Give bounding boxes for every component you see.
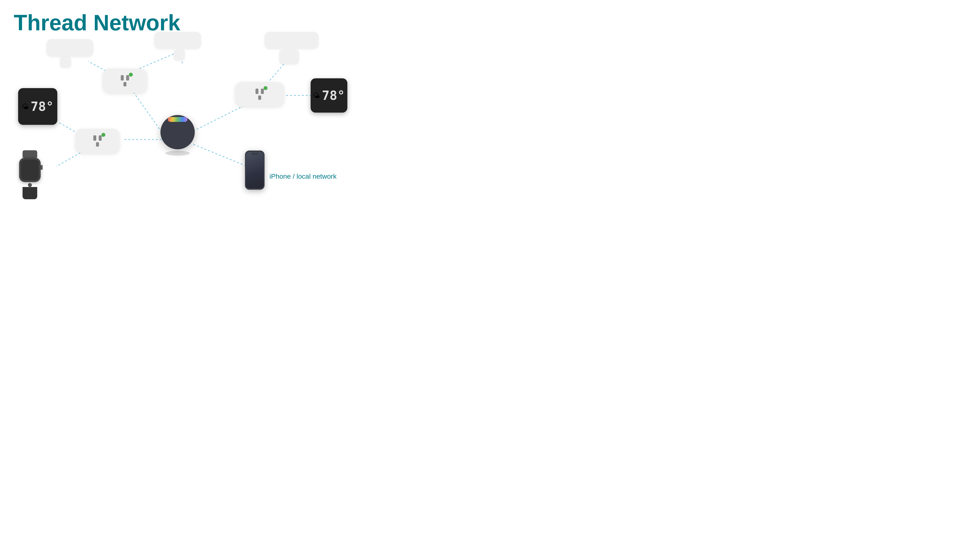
watch-screen [21,160,39,180]
bubble-top-left-small [60,57,71,68]
iphone-body [245,150,264,190]
homepod-body [160,115,195,149]
plug-slot-right [126,75,129,80]
watch-band-top [23,150,37,158]
smart-plug-center [103,68,147,93]
homepod-mini [160,115,195,156]
smart-plug-right [235,82,284,107]
svg-line-0 [132,90,162,132]
thermostat-temp-value: 78° [322,88,345,103]
smart-plug-left [75,129,120,153]
watch-button [28,183,32,187]
plug-ground [258,95,261,100]
plug-slot-left [256,88,258,94]
homepod-top-ring [168,117,187,122]
plug-status-dot [129,73,133,77]
iphone: iPhone / local network [245,150,264,190]
thermostat-weather-icon: 🌤 [313,92,320,100]
svg-line-9 [194,144,247,167]
iphone-label: iPhone / local network [269,173,336,180]
watch-band-bottom [23,187,37,199]
bubble-top-left [47,39,93,56]
svg-line-2 [186,105,245,135]
plug-slot-left [93,135,96,141]
iphone-screen [246,152,264,188]
plug-slot-right [261,88,264,94]
iphone-notch [251,153,258,155]
homepod-shadow [166,151,190,156]
thermostat-left: 🌤 78° [18,88,57,125]
page-title: Thread Network [14,12,180,34]
plug-status-dot [101,133,105,137]
plug-status-dot [264,86,267,90]
bubble-top-right-small-a [279,50,299,64]
bubble-top-right-main [264,32,318,48]
watch-body [19,158,41,182]
bubble-top-center [154,32,201,48]
bubble-top-center-small [174,50,185,60]
thermostat-weather-icon: 🌤 [22,103,28,111]
plug-ground [96,142,99,147]
thermostat-temp-value: 78° [31,99,53,114]
plug-ground [124,82,126,87]
thermostat-display: 🌤 78° [313,88,345,103]
apple-watch [19,150,41,199]
plug-slot-right [99,135,102,141]
plug-slot-left [121,75,124,80]
thermostat-right: 🌤 78° [311,78,347,113]
watch-crown [41,165,43,170]
thermostat-display: 🌤 78° [22,99,53,114]
